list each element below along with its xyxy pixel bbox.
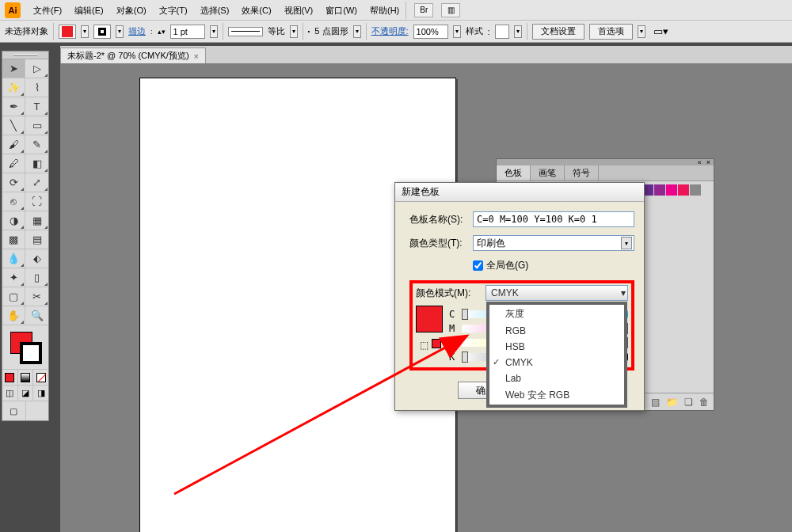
check-icon: ✓	[493, 357, 500, 367]
ratio-caret[interactable]: ▾	[290, 25, 298, 38]
blob-brush-tool[interactable]: 🖊	[2, 154, 25, 173]
gradient-tool[interactable]: ▤	[25, 230, 48, 249]
swatch-cell[interactable]	[654, 184, 665, 196]
lasso-tool[interactable]: ⌇	[25, 78, 48, 97]
bridge-icon[interactable]: Br	[414, 3, 433, 17]
stroke-swatch[interactable]	[93, 25, 111, 39]
panel-tab-brushes[interactable]: 画笔	[531, 165, 565, 180]
brush-caret[interactable]: ▾	[353, 25, 361, 38]
eyedropper-tool[interactable]: 💧	[2, 249, 25, 268]
color-mode-none[interactable]	[33, 370, 48, 385]
style-swatch[interactable]	[495, 25, 509, 39]
pen-tool[interactable]: ✒	[2, 97, 25, 116]
screen-mode-icon[interactable]: ▢	[2, 401, 26, 420]
mode-option-web[interactable]: Web 安全 RGB	[489, 386, 624, 405]
stroke-style-preview[interactable]	[228, 27, 263, 36]
magic-wand-tool[interactable]: ✨	[2, 78, 25, 97]
hand-tool[interactable]: ✋	[2, 306, 25, 325]
slice-tool[interactable]: ✂	[25, 287, 48, 306]
blend-tool[interactable]: ⬖	[25, 249, 48, 268]
global-color-check-input[interactable]	[473, 260, 483, 271]
color-mode-label: 颜色模式(M):	[416, 287, 481, 300]
scale-tool[interactable]: ⤢	[25, 173, 48, 192]
menu-edit[interactable]: 编辑(E)	[68, 0, 110, 21]
line-tool[interactable]: ╲	[2, 116, 25, 135]
panel-handle[interactable]: «×	[497, 159, 714, 165]
brush-tool[interactable]: 🖌	[2, 135, 25, 154]
draw-behind-icon[interactable]: ◪	[18, 386, 34, 401]
opacity-caret[interactable]: ▾	[453, 25, 461, 38]
stroke-caret[interactable]: ▾	[116, 25, 124, 38]
new-swatch-icon[interactable]: ❏	[684, 397, 693, 408]
menu-object[interactable]: 对象(O)	[110, 0, 153, 21]
opacity-label[interactable]: 不透明度:	[371, 25, 409, 37]
swatch-name-input[interactable]	[473, 211, 634, 227]
color-mode-select[interactable]: CMYK ▾ 灰度 RGB HSB ✓CMYK Lab Web 安全 RGB	[485, 285, 628, 301]
menu-effect[interactable]: 效果(C)	[235, 0, 277, 21]
stroke-label[interactable]: 描边	[128, 25, 146, 37]
document-tab-label: 未标题-2* @ 70% (CMYK/预览)	[67, 50, 189, 62]
global-color-checkbox[interactable]: 全局色(G)	[473, 259, 528, 272]
menu-file[interactable]: 文件(F)	[27, 0, 68, 21]
mode-option-gray[interactable]: 灰度	[489, 305, 624, 323]
width-tool[interactable]: ⎋	[2, 192, 25, 211]
menu-select[interactable]: 选择(S)	[194, 0, 236, 21]
menu-window[interactable]: 窗口(W)	[319, 0, 364, 21]
style-caret[interactable]: ▾	[514, 25, 522, 38]
color-mode-gradient[interactable]	[18, 370, 34, 385]
perspective-tool[interactable]: ▦	[25, 211, 48, 230]
stroke-weight-input[interactable]	[170, 25, 205, 39]
symbol-spray-tool[interactable]: ✦	[2, 268, 25, 287]
new-group-icon[interactable]: 📁	[666, 397, 678, 408]
stroke-color[interactable]	[20, 342, 42, 364]
selection-tool[interactable]: ➤	[2, 59, 25, 78]
artboard-tool[interactable]: ▢	[2, 287, 25, 306]
eraser-tool[interactable]: ◧	[25, 154, 48, 173]
fill-swatch[interactable]	[59, 25, 76, 39]
free-transform-tool[interactable]: ⛶	[25, 192, 48, 211]
swatch-options-icon[interactable]: ▤	[651, 397, 660, 408]
menu-view[interactable]: 视图(V)	[278, 0, 320, 21]
mode-option-lab[interactable]: Lab	[489, 370, 624, 386]
shape-builder-tool[interactable]: ◑	[2, 211, 25, 230]
color-type-select[interactable]: 印刷色 ▾	[473, 235, 634, 251]
panel-tab-swatches[interactable]: 色板	[497, 165, 531, 180]
color-mode-solid[interactable]	[2, 370, 18, 385]
mesh-tool[interactable]: ▩	[2, 230, 25, 249]
opacity-input[interactable]	[413, 25, 448, 39]
rect-tool[interactable]: ▭	[25, 116, 48, 135]
tool-panel-handle[interactable]	[2, 51, 48, 59]
delete-swatch-icon[interactable]: 🗑	[699, 397, 709, 408]
color-preview	[416, 306, 443, 332]
prefs-button[interactable]: 首选项	[589, 24, 633, 40]
mode-option-cmyk[interactable]: ✓CMYK	[489, 355, 624, 370]
align-icon[interactable]: ▭▾	[653, 25, 668, 37]
strokew-caret[interactable]: ▾	[210, 25, 218, 38]
color-type-label: 颜色类型(T):	[409, 237, 468, 250]
draw-normal-icon[interactable]: ◫	[2, 386, 18, 401]
pencil-tool[interactable]: ✎	[25, 135, 48, 154]
global-color-label: 全局色(G)	[486, 259, 528, 272]
swatch-cell[interactable]	[690, 184, 701, 196]
swatch-cell[interactable]	[666, 184, 677, 196]
close-tab-icon[interactable]: ×	[194, 51, 199, 61]
menu-help[interactable]: 帮助(H)	[364, 0, 406, 21]
prefs-caret[interactable]: ▾	[638, 25, 645, 38]
mode-option-rgb[interactable]: RGB	[489, 323, 624, 339]
type-tool[interactable]: T	[25, 97, 48, 116]
fill-stroke-control[interactable]	[2, 325, 48, 370]
graph-tool[interactable]: ▯	[25, 268, 48, 287]
mode-option-hsb[interactable]: HSB	[489, 339, 624, 355]
document-tab[interactable]: 未标题-2* @ 70% (CMYK/预览) ×	[60, 48, 206, 63]
draw-inside-icon[interactable]: ◨	[33, 386, 48, 401]
zoom-tool[interactable]: 🔍	[25, 306, 48, 325]
arrange-icon[interactable]: ▥	[441, 3, 460, 17]
direct-selection-tool[interactable]: ▷	[25, 59, 48, 78]
doc-setup-button[interactable]: 文档设置	[532, 24, 584, 40]
fill-caret[interactable]: ▾	[81, 25, 89, 38]
new-swatch-dialog: 新建色板 色板名称(S): 颜色类型(T): 印刷色 ▾ 全局色(G)	[394, 182, 645, 411]
menu-text[interactable]: 文字(T)	[153, 0, 194, 21]
rotate-tool[interactable]: ⟳	[2, 173, 25, 192]
swatch-cell[interactable]	[678, 184, 689, 196]
panel-tab-symbols[interactable]: 符号	[565, 165, 599, 180]
